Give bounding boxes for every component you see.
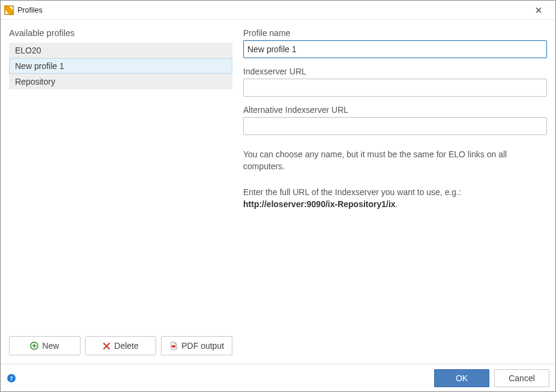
- hint-name: You can choose any name, but it must be …: [243, 148, 547, 173]
- new-button[interactable]: New: [9, 336, 80, 355]
- hint-url-line1: Enter the full URL of the Indexserver yo…: [243, 187, 461, 197]
- help-button[interactable]: ?: [7, 373, 16, 383]
- profile-name-input[interactable]: [243, 40, 547, 58]
- titlebar: Profiles: [1, 1, 555, 20]
- svg-rect-3: [172, 345, 175, 348]
- window-title: Profiles: [17, 6, 525, 14]
- close-icon: [536, 7, 542, 13]
- hint-url: Enter the full URL of the Indexserver yo…: [243, 186, 547, 211]
- pdf-output-button[interactable]: PDF output: [161, 336, 232, 355]
- alt-indexserver-url-label: Alternative Indexserver URL: [243, 105, 547, 115]
- content: Available profiles ELO20New profile 1Rep…: [1, 20, 555, 364]
- profile-item[interactable]: New profile 1: [9, 58, 232, 74]
- profile-item[interactable]: Repository: [9, 74, 232, 89]
- app-icon: [4, 5, 14, 15]
- new-button-label: New: [42, 341, 59, 351]
- profile-item[interactable]: ELO20: [9, 43, 232, 58]
- indexserver-url-label: Indexserver URL: [243, 67, 547, 76]
- hint-url-period: .: [396, 199, 398, 209]
- x-icon: [103, 342, 110, 350]
- svg-text:?: ?: [10, 375, 13, 382]
- close-button[interactable]: [525, 2, 552, 19]
- left-panel: Available profiles ELO20New profile 1Rep…: [9, 28, 232, 364]
- profile-actions: New Delete PDF output: [9, 336, 232, 355]
- footer: ? OK Cancel: [1, 364, 555, 391]
- help-icon: ?: [7, 373, 16, 383]
- pdf-icon: [169, 342, 178, 350]
- form-panel: Profile name Indexserver URL Alternative…: [243, 28, 547, 364]
- cancel-button[interactable]: Cancel: [494, 369, 549, 387]
- profile-list[interactable]: ELO20New profile 1Repository: [9, 43, 232, 331]
- pdf-output-button-label: PDF output: [181, 341, 224, 351]
- ok-button-label: OK: [456, 373, 468, 383]
- delete-button-label: Delete: [114, 341, 138, 351]
- alt-indexserver-url-input[interactable]: [243, 117, 547, 135]
- delete-button[interactable]: Delete: [85, 336, 157, 355]
- profile-name-label: Profile name: [243, 28, 547, 38]
- cancel-button-label: Cancel: [509, 373, 535, 383]
- indexserver-url-input[interactable]: [243, 79, 547, 97]
- hint-url-example: http://eloserver:9090/ix-Repository1/ix: [243, 199, 396, 209]
- ok-button[interactable]: OK: [434, 369, 489, 387]
- plus-icon: [30, 342, 38, 350]
- available-profiles-label: Available profiles: [9, 28, 232, 38]
